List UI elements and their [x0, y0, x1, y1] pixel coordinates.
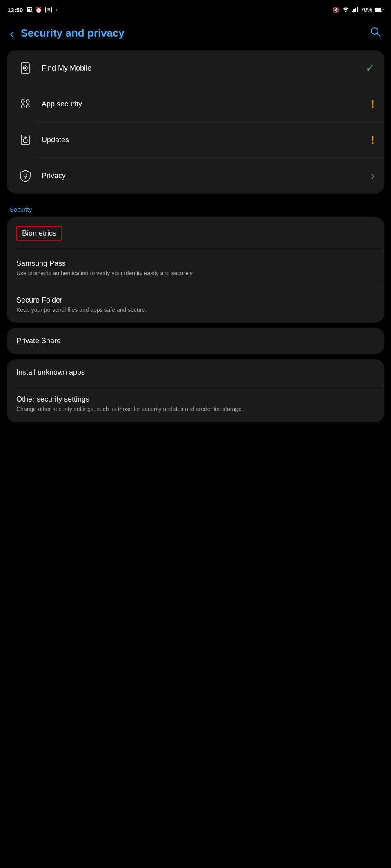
secure-folder-item[interactable]: Secure Folder Keep your personal files a…	[7, 287, 384, 323]
wifi-icon	[342, 7, 349, 13]
page-header: ‹ Security and privacy	[0, 18, 391, 50]
status-time: 13:50	[7, 7, 23, 13]
svg-point-6	[371, 28, 378, 34]
status-bar: 13:50 🖼 ⏰ S • 🔇 76%	[0, 0, 391, 18]
app-security-text: App security	[42, 100, 366, 108]
s-icon: S	[45, 7, 52, 13]
dot-icon: •	[55, 8, 57, 12]
svg-point-17	[21, 105, 24, 108]
battery-icon	[375, 7, 384, 13]
svg-line-7	[377, 33, 380, 37]
clock-icon: ⏰	[35, 7, 42, 13]
install-unknown-apps-item[interactable]: Install unknown apps	[7, 359, 384, 386]
updates-icon	[16, 131, 34, 149]
samsung-pass-item[interactable]: Samsung Pass Use biometric authenticatio…	[7, 250, 384, 287]
svg-rect-2	[355, 8, 356, 12]
security-card: Biometrics Samsung Pass Use biometric au…	[7, 217, 384, 323]
find-my-mobile-text: Find My Mobile	[42, 64, 361, 73]
other-security-settings-sublabel: Change other security settings, such as …	[16, 405, 375, 413]
find-my-mobile-icon	[16, 59, 34, 77]
status-right: 🔇 76%	[333, 7, 384, 13]
find-my-mobile-item[interactable]: Find My Mobile ✓	[7, 50, 384, 86]
privacy-chevron-icon: ›	[371, 170, 375, 182]
secure-folder-sublabel: Keep your personal files and apps safe a…	[16, 306, 375, 314]
signal-icon	[352, 7, 358, 13]
biometrics-label: Biometrics	[16, 226, 62, 241]
biometrics-item[interactable]: Biometrics	[7, 217, 384, 250]
other-security-settings-label: Other security settings	[16, 395, 375, 404]
private-share-label: Private Share	[16, 337, 375, 345]
back-button[interactable]: ‹	[10, 27, 14, 40]
search-button[interactable]	[370, 26, 381, 40]
svg-point-15	[21, 100, 24, 103]
samsung-pass-sublabel: Use biometric authentication to verify y…	[16, 269, 375, 278]
find-my-mobile-check-icon: ✓	[366, 62, 375, 75]
svg-point-16	[26, 100, 29, 103]
private-share-card[interactable]: Private Share	[7, 328, 384, 354]
svg-point-21	[24, 174, 27, 177]
battery-percent: 76%	[361, 7, 372, 13]
photo-icon: 🖼	[26, 7, 32, 13]
bottom-card: Install unknown apps Other security sett…	[7, 359, 384, 422]
samsung-pass-label: Samsung Pass	[16, 259, 375, 268]
svg-rect-1	[353, 9, 355, 12]
page-title: Security and privacy	[21, 27, 370, 40]
mute-icon: 🔇	[333, 7, 340, 13]
other-security-settings-item[interactable]: Other security settings Change other sec…	[7, 386, 384, 422]
top-card: Find My Mobile ✓ App security !	[7, 50, 384, 194]
install-unknown-apps-label: Install unknown apps	[16, 368, 375, 377]
svg-point-18	[26, 105, 29, 108]
privacy-item[interactable]: Privacy ›	[7, 158, 384, 194]
private-share-item[interactable]: Private Share	[7, 328, 384, 354]
updates-text: Updates	[42, 136, 366, 144]
privacy-text: Privacy	[42, 172, 366, 180]
secure-folder-label: Secure Folder	[16, 296, 375, 305]
privacy-icon	[16, 167, 34, 185]
svg-rect-0	[352, 11, 353, 12]
svg-rect-3	[357, 7, 358, 12]
svg-point-20	[23, 139, 27, 143]
app-security-item[interactable]: App security !	[7, 86, 384, 122]
app-security-icon	[16, 95, 34, 113]
updates-warning-icon: !	[371, 134, 375, 146]
app-security-warning-icon: !	[371, 98, 375, 110]
security-section-label: Security	[0, 199, 391, 217]
svg-point-10	[25, 68, 26, 69]
updates-item[interactable]: Updates !	[7, 122, 384, 158]
svg-rect-5	[375, 8, 381, 11]
